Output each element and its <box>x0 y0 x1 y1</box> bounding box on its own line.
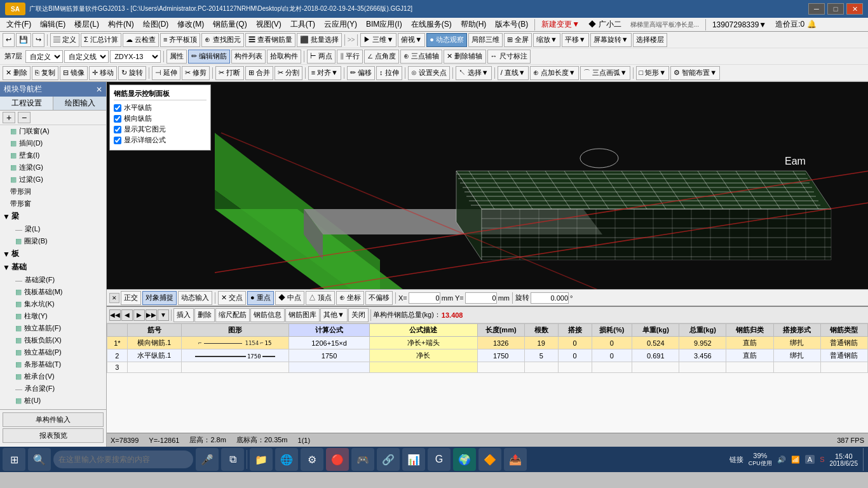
nav-group-beam[interactable]: ▼梁 <box>0 210 106 223</box>
snap-dynamic-input-button[interactable]: 动态输入 <box>178 291 212 305</box>
other-button[interactable]: 其他▼ <box>320 308 348 322</box>
menu-notice[interactable]: 梯梯里高端平板净长是... <box>627 19 703 30</box>
app5-button[interactable]: 🌍 <box>453 448 476 471</box>
rebar-check-formula[interactable]: 显示详细公式 <box>114 135 207 145</box>
search-button[interactable]: 🔍 <box>28 448 51 471</box>
nav-item-strip-window[interactable]: 带形窗 <box>0 198 106 210</box>
select2-button[interactable]: ↖ 选择▼ <box>456 66 492 80</box>
menu-draw[interactable]: 绘图(D) <box>139 18 173 31</box>
merge-button[interactable]: ⊞ 合并 <box>245 66 273 80</box>
menu-rebar-qty[interactable]: 钢筋量(Q) <box>209 18 250 31</box>
copy-button[interactable]: ⎘ 复制 <box>32 66 58 80</box>
top-view-button[interactable]: 俯视▼ <box>398 33 425 47</box>
local-3d-button[interactable]: 局部三维 <box>468 33 503 47</box>
canvas-3d[interactable]: A1 Eam 钢筋显示控制面板 水平纵筋 横向纵筋 显示其它图元 <box>107 82 868 289</box>
y-input[interactable] <box>465 292 497 304</box>
code-select[interactable]: ZDYX-13 <box>110 50 161 63</box>
menu-bim[interactable]: BIM应用(I) <box>362 18 406 31</box>
other-elements-checkbox[interactable] <box>114 126 121 133</box>
minimize-button[interactable]: ─ <box>808 3 825 15</box>
menu-guang2[interactable]: ◆ 广小二 <box>585 18 625 31</box>
screen-rotate-button[interactable]: 屏幕旋转▼ <box>590 33 632 47</box>
window-controls[interactable]: ─ □ ✕ <box>808 3 863 15</box>
app1-button[interactable]: 🔴 <box>326 448 349 471</box>
rebar-check-other-elements[interactable]: 显示其它图元 <box>114 125 207 134</box>
layer-select[interactable]: 自定义 <box>25 50 63 63</box>
snap-intersection-button[interactable]: ✕ 交点 <box>218 291 246 305</box>
rebar-check-transverse[interactable]: 横向纵筋 <box>114 114 207 123</box>
app4-button[interactable]: G <box>428 448 451 471</box>
report-preview-button[interactable]: 报表预览 <box>3 428 104 443</box>
x-input[interactable] <box>409 292 440 304</box>
prev-row-button[interactable]: ◀ <box>121 309 133 321</box>
formula-checkbox[interactable] <box>114 137 121 144</box>
cortana-button[interactable]: 🎤 <box>196 448 219 471</box>
dimension-button[interactable]: ↔ 尺寸标注 <box>487 50 531 64</box>
trim-button[interactable]: ✂ 修剪 <box>182 66 210 80</box>
batch-select-button[interactable]: ⬛ 批量选择 <box>297 33 342 47</box>
first-row-button[interactable]: ◀◀ <box>109 309 121 321</box>
horizontal-rebar-checkbox[interactable] <box>114 104 121 112</box>
rebar-check-horizontal[interactable]: 水平纵筋 <box>114 103 207 112</box>
nav-group-foundation[interactable]: ▼基础 <box>0 261 106 274</box>
pick-component-button[interactable]: 拾取构件 <box>267 50 301 64</box>
table-row[interactable]: 3 <box>107 362 868 373</box>
rotate-button[interactable]: ↻ 旋转 <box>118 66 146 80</box>
edit-rebar-button[interactable]: ✏ 编辑钢筋 <box>188 50 230 64</box>
nav-item-pile[interactable]: ▩桩(U) <box>0 395 106 407</box>
snap-no-offset-button[interactable]: 不偏移 <box>365 291 393 305</box>
nav-item-beam[interactable]: —梁(L) <box>0 223 106 235</box>
close-table-button[interactable]: 关闭 <box>348 308 369 322</box>
transverse-rebar-checkbox[interactable] <box>114 115 121 123</box>
point-angle-button[interactable]: ∠ 点角度 <box>364 50 399 64</box>
component-list-button[interactable]: 构件列表 <box>231 50 266 64</box>
pull-button[interactable]: ↕ 拉伸 <box>376 66 402 80</box>
delete-button[interactable]: ✕ 删除 <box>3 66 31 80</box>
align-button[interactable]: ≡ 对齐▼ <box>308 66 341 80</box>
three-point-aux-button[interactable]: ⊕ 三点辅轴 <box>400 50 442 64</box>
split-button[interactable]: ✂ 分割 <box>275 66 302 80</box>
nav-item-sump[interactable]: ▩集水坑(K) <box>0 298 106 310</box>
taskbar-search-input[interactable] <box>53 451 193 468</box>
menu-edit[interactable]: 编辑(E) <box>36 18 69 31</box>
nav-item-independent-foundation[interactable]: ▩独立基础(P) <box>0 346 106 358</box>
nav-item-column-cap[interactable]: ▩柱墩(Y) <box>0 310 106 322</box>
nav-item-cap-beam[interactable]: —承台梁(F) <box>0 383 106 395</box>
nav-draw-input[interactable]: 绘图输入 <box>53 97 106 110</box>
dynamic-observe-button[interactable]: ● 动态观察 <box>426 33 467 47</box>
3d-view-button[interactable]: ▶ 三维▼ <box>360 33 397 47</box>
find-element-button[interactable]: ⊕ 查找图元 <box>201 33 243 47</box>
menu-version[interactable]: 版本号(B) <box>491 18 532 31</box>
menu-online[interactable]: 在线服务(S) <box>407 18 456 31</box>
undo-button[interactable]: ↩ <box>3 33 15 47</box>
menu-tools[interactable]: 工具(T) <box>287 18 319 31</box>
snap-orthogonal-button[interactable]: 正交 <box>121 291 141 305</box>
auto-arrange-button[interactable]: ⚙ 智能布置▼ <box>670 66 720 80</box>
menu-modify[interactable]: 修改(M) <box>173 18 208 31</box>
snap-object-button[interactable]: 对象捕捉 <box>142 291 177 305</box>
define-button[interactable]: ▤ 定义 <box>50 33 79 47</box>
menu-cloud[interactable]: 云应用(Y) <box>320 18 361 31</box>
redo-button[interactable]: ↪ <box>32 33 44 47</box>
property-button[interactable]: 属性 <box>166 50 187 64</box>
extend-button[interactable]: ⊣ 延伸 <box>152 66 180 80</box>
align-top-button[interactable]: ≡ 齐平板顶 <box>160 33 200 47</box>
settings-button[interactable]: ⚙ <box>301 448 323 471</box>
snap-vertex-button[interactable]: △ 顶点 <box>306 291 335 305</box>
table-row[interactable]: 1* 横向钢筋.1 ⌐ 1154 ⌐ 15 <box>107 337 868 349</box>
nav-item-raft-foundation[interactable]: ▩筏板基础(M) <box>0 286 106 298</box>
nav-item-strip-hole[interactable]: 带形洞 <box>0 186 106 198</box>
line-button[interactable]: / 直线▼ <box>498 66 529 80</box>
nav-item-partition[interactable]: ▩插间(D) <box>0 137 106 149</box>
snap-coord-button[interactable]: ⊕ 坐标 <box>336 291 364 305</box>
scale-rebar-button[interactable]: 缩尺配筋 <box>215 308 250 322</box>
insert-row-button[interactable]: 插入 <box>173 308 194 322</box>
file-explorer-button[interactable]: 📁 <box>250 448 273 471</box>
two-point-button[interactable]: ⊢ 两点 <box>307 50 336 64</box>
pan-button[interactable]: 平移▼ <box>562 33 589 47</box>
nav-collapse-button[interactable]: − <box>18 112 31 123</box>
nav-group-slab[interactable]: ▼板 <box>0 247 106 261</box>
nav-item-ring-beam[interactable]: ▩圈梁(B) <box>0 235 106 247</box>
task-view-button[interactable]: ⧉ <box>221 448 244 471</box>
rebar-library-button[interactable]: 钢筋图库 <box>285 308 320 322</box>
